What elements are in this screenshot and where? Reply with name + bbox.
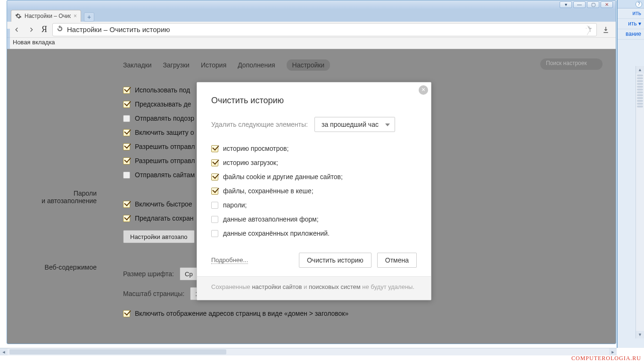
window-close-button[interactable]: ✕ xyxy=(601,1,613,8)
browser-tab[interactable]: Настройки – Очистит × xyxy=(11,10,81,22)
scroll-up-icon[interactable]: ▲ xyxy=(636,66,644,74)
settings-search-input[interactable]: Поиск настроек xyxy=(540,58,603,70)
dialog-checkbox-label: данные сохранённых приложений. xyxy=(223,230,330,237)
setting-label: Разрешить отправл xyxy=(135,143,195,150)
setting-label: Использовать под xyxy=(135,86,190,94)
watermark-text: COMPUTEROLOGIA.RU xyxy=(571,355,641,362)
setting-label: Предсказывать де xyxy=(135,100,191,108)
forward-button[interactable] xyxy=(26,25,36,35)
checkbox[interactable] xyxy=(123,172,130,179)
setting-label: Отправлять сайтам xyxy=(135,171,195,179)
dialog-checkbox-label: файлы cookie и другие данные сайтов; xyxy=(223,173,343,181)
checkbox[interactable] xyxy=(123,129,130,136)
window-maximize-button[interactable]: ▢ xyxy=(587,1,599,8)
dialog-close-button[interactable]: × xyxy=(419,85,428,95)
address-text: Настройки – Очистить историю xyxy=(67,25,585,33)
rp-item: ить xyxy=(618,8,644,19)
setting-label: Отправлять подозр xyxy=(135,115,194,122)
downloads-button[interactable] xyxy=(601,25,611,35)
dialog-checkbox[interactable] xyxy=(211,145,218,152)
setting-label: Включить отображение адресов страниц в в… xyxy=(135,310,348,317)
nav-extensions[interactable]: Дополнения xyxy=(238,61,275,69)
setting-label: Включить быстрое xyxy=(135,200,192,208)
scroll-right-icon[interactable]: ► xyxy=(609,348,617,355)
checkbox[interactable] xyxy=(123,115,130,122)
checkbox[interactable] xyxy=(123,157,130,165)
learn-more-link[interactable]: Подробнее... xyxy=(211,256,248,264)
yandex-logo-icon[interactable]: Я xyxy=(40,25,49,34)
font-size-label: Размер шрифта: xyxy=(123,270,174,278)
outer-window-right-panel: ить ить ▾ вание ▲ ▼ xyxy=(617,0,644,348)
section-label-webcontent: Веб-содержимое xyxy=(7,263,116,271)
browser-toolbar: Я Настройки – Очистить историю xyxy=(7,22,616,38)
new-tab-button[interactable]: + xyxy=(84,12,94,22)
back-button[interactable] xyxy=(12,25,22,35)
dialog-checkbox-label: файлы, сохранённые в кеше; xyxy=(223,187,314,195)
window-minimize-button[interactable]: — xyxy=(573,1,586,8)
checkbox[interactable] xyxy=(123,201,130,208)
dialog-checkbox[interactable] xyxy=(211,159,218,166)
rp-item: вание xyxy=(618,29,644,40)
time-range-select[interactable]: за прошедший час xyxy=(314,117,395,132)
addressbar-arrow-icon xyxy=(589,24,597,36)
dialog-checkbox-label: историю загрузок; xyxy=(223,159,278,166)
nav-settings[interactable]: Настройки xyxy=(287,59,330,71)
nav-downloads[interactable]: Загрузки xyxy=(163,61,190,69)
dialog-checkbox[interactable] xyxy=(211,173,218,181)
dialog-checkbox[interactable] xyxy=(211,230,218,237)
scroll-down-icon[interactable]: ▼ xyxy=(636,331,644,338)
page-content-scrim: Закладки Загрузки История Дополнения Нас… xyxy=(7,49,616,344)
scroll-thumb[interactable] xyxy=(9,349,226,354)
delete-items-label: Удалить следующие элементы: xyxy=(211,121,308,128)
section-label-passwords: Паролии автозаполнение xyxy=(7,189,116,205)
settings-topnav: Закладки Загрузки История Дополнения Нас… xyxy=(7,49,616,76)
cancel-button[interactable]: Отмена xyxy=(377,253,417,268)
bookmarks-bar-item[interactable]: Новая вкладка xyxy=(13,39,55,46)
checkbox[interactable] xyxy=(123,143,130,150)
autofill-settings-button[interactable]: Настройки автозапо xyxy=(123,230,195,243)
dialog-checkbox[interactable] xyxy=(211,202,218,209)
browser-window: ▾ — ▢ ✕ Настройки – Очистит × + Я Настро… xyxy=(7,0,616,344)
tab-close-icon[interactable]: × xyxy=(74,13,77,19)
checkbox[interactable] xyxy=(123,87,130,94)
dialog-checkbox-label: пароли; xyxy=(223,201,247,209)
dialog-checkbox[interactable] xyxy=(211,216,218,223)
window-dropdown-button[interactable]: ▾ xyxy=(560,1,572,8)
setting-label: Разрешить отправл xyxy=(135,157,195,165)
setting-label: Включить защиту о xyxy=(135,129,194,136)
outer-scrollbar-vertical[interactable]: ▲ ▼ xyxy=(636,66,644,338)
tab-title: Настройки – Очистит xyxy=(25,13,71,19)
checkbox[interactable] xyxy=(123,215,130,222)
nav-bookmarks[interactable]: Закладки xyxy=(123,61,152,69)
checkbox[interactable] xyxy=(123,101,130,108)
checkbox[interactable] xyxy=(123,310,130,317)
page-zoom-label: Масштаб страницы: xyxy=(123,290,184,297)
setting-label: Предлагать сохран xyxy=(135,214,193,222)
dialog-checkbox-label: историю просмотров; xyxy=(223,145,289,152)
address-bar[interactable]: Настройки – Очистить историю xyxy=(52,23,597,36)
dialog-footnote: Сохраненные настройки сайтов и поисковых… xyxy=(197,276,431,300)
dialog-checkbox[interactable] xyxy=(211,188,218,195)
clear-history-dialog: × Очистить историю Удалить следующие эле… xyxy=(197,82,431,300)
dialog-checkbox-label: данные автозаполнения форм; xyxy=(223,215,319,223)
clear-history-button[interactable]: Очистить историю xyxy=(299,253,372,268)
window-titlebar: ▾ — ▢ ✕ xyxy=(7,0,616,9)
dialog-title: Очистить историю xyxy=(197,82,431,108)
rp-item[interactable]: ить ▾ xyxy=(618,19,644,29)
reload-icon[interactable] xyxy=(57,25,63,33)
scroll-left-icon[interactable]: ◄ xyxy=(0,348,8,355)
outer-scrollbar-horizontal[interactable]: ◄ ► xyxy=(0,348,617,355)
gear-icon xyxy=(15,13,22,19)
nav-history[interactable]: История xyxy=(201,61,226,69)
bookmarks-bar[interactable]: Новая вкладка xyxy=(7,38,616,49)
tab-strip: Настройки – Очистит × + xyxy=(7,9,616,22)
